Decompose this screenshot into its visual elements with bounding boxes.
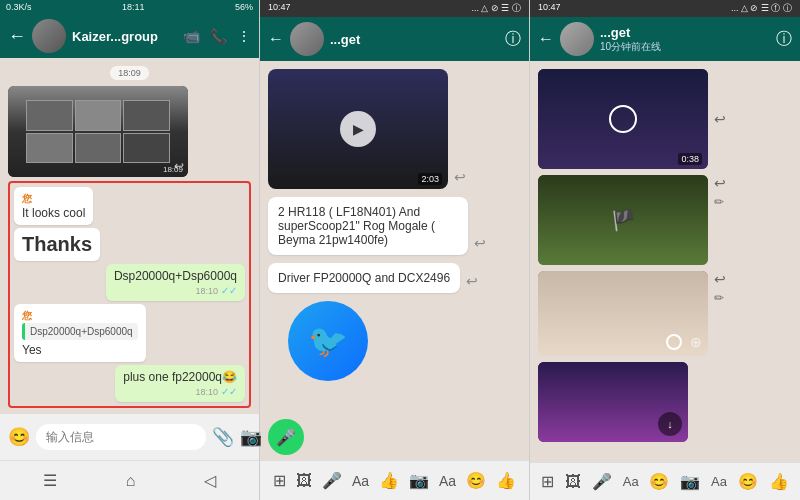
plus-icon-3: ⊕ xyxy=(690,334,702,350)
menu-icon[interactable]: ⋮ xyxy=(237,28,251,44)
mid-header: ← ...get ⓘ xyxy=(260,17,529,61)
vid-share-1[interactable]: ↩ xyxy=(714,111,726,127)
share-icon-3[interactable]: ↩ xyxy=(466,273,478,289)
right-video-row-3: ⊕ ↩ ✏ xyxy=(538,271,792,356)
vid-duration-1: 0:38 xyxy=(678,153,702,165)
msg-time-1: 18:09 xyxy=(163,165,183,174)
mid-nav-aa[interactable]: Aa xyxy=(352,473,369,489)
right-nav-grid[interactable]: ⊞ xyxy=(541,472,554,491)
mic-icon: 🎤 xyxy=(276,428,296,447)
msg-time-3: 18:10 xyxy=(195,286,218,296)
right-icons: ... △ ⊘ ☰ ⓕ ⓘ xyxy=(731,2,792,15)
right-nav-photo[interactable]: 🖼 xyxy=(565,473,581,491)
mid-chat-name: ...get xyxy=(330,32,499,47)
right-nav-emoji2[interactable]: 😊 xyxy=(738,472,758,491)
right-video-row-1: 0:38 ↩ xyxy=(538,69,792,169)
header-icons: 📹 📞 ⋮ xyxy=(183,28,251,44)
mid-nav-like[interactable]: 👍 xyxy=(379,471,399,490)
mid-nav-grid[interactable]: ⊞ xyxy=(273,471,286,490)
nav-home-icon[interactable]: ⌂ xyxy=(126,472,136,490)
mid-back-button[interactable]: ← xyxy=(268,30,284,48)
right-info-icon[interactable]: ⓘ xyxy=(776,29,792,50)
sent-msg-plus: plus one fp22000q😂 18:10 ✓✓ xyxy=(115,365,245,402)
vid-share-3[interactable]: ↩ xyxy=(714,271,726,287)
left-battery: 56% xyxy=(235,2,253,12)
mid-avatar xyxy=(290,22,324,56)
chat-name: Kaizer...group xyxy=(72,29,177,44)
vid-share-2[interactable]: ↩ xyxy=(714,175,726,191)
left-speed: 0.3K/s xyxy=(6,2,32,12)
sender-label-1: 您 xyxy=(22,192,85,206)
vid-edit-3[interactable]: ✏ xyxy=(714,291,726,305)
right-nav-like[interactable]: 👍 xyxy=(769,472,789,491)
avatar xyxy=(32,19,66,53)
mid-info-icon[interactable]: ⓘ xyxy=(505,29,521,50)
mid-bottom-nav: ⊞ 🖼 🎤 Aa 👍 📷 Aa 😊 👍 xyxy=(260,460,529,500)
right-avatar xyxy=(560,22,594,56)
emoji-icon[interactable]: 😊 xyxy=(8,426,30,448)
download-button[interactable]: ↓ xyxy=(658,412,682,436)
blue-shape: 🐦 xyxy=(288,301,368,381)
right-video-4: ↓ xyxy=(538,362,688,442)
quoted-msg: Dsp20000q+Dsp6000q xyxy=(22,323,138,340)
right-nav-mic[interactable]: 🎤 xyxy=(592,472,612,491)
header-info: Kaizer...group xyxy=(72,29,177,44)
mic-button[interactable]: 🎤 xyxy=(268,419,304,455)
right-panel: 10:47 ... △ ⊘ ☰ ⓕ ⓘ ← ...get 10分钟前在线 ⓘ 0… xyxy=(530,0,800,500)
left-status-bar: 0.3K/s 18:11 56% xyxy=(0,0,259,14)
right-nav-aa2[interactable]: Aa xyxy=(711,474,727,489)
mid-nav-aa2[interactable]: Aa xyxy=(439,473,456,489)
highlight-section: 您 It looks cool Thanks Dsp20000q+Dsp6000… xyxy=(8,181,251,408)
thanks-text: Thanks xyxy=(22,233,92,256)
mid-text-msg-2: Driver FP20000Q and DCX2496 xyxy=(268,263,460,293)
video-duration: 2:03 xyxy=(418,173,442,185)
right-video-1: 0:38 xyxy=(538,69,708,169)
mid-text-msg-1: 2 HR118 ( LF18N401) And superScoop21" Ro… xyxy=(268,197,468,255)
right-time: 10:47 xyxy=(538,2,561,15)
check-icon: ✓✓ xyxy=(221,285,237,296)
right-nav-emoji[interactable]: 😊 xyxy=(649,472,669,491)
message-input[interactable] xyxy=(36,424,206,450)
video-call-icon[interactable]: 📹 xyxy=(183,28,200,44)
msg-time-4: 18:10 xyxy=(195,387,218,397)
mid-chat-area: ▶ 2:03 ↩ 2 HR118 ( LF18N401) And superSc… xyxy=(260,61,529,460)
right-video-3: ⊕ xyxy=(538,271,708,356)
mid-nav-mic[interactable]: 🎤 xyxy=(322,471,342,490)
right-back-button[interactable]: ← xyxy=(538,30,554,48)
mid-text-content-2: Driver FP20000Q and DCX2496 xyxy=(278,271,450,285)
mid-nav-photo2[interactable]: 📷 xyxy=(409,471,429,490)
nav-menu-icon[interactable]: ☰ xyxy=(43,471,57,490)
camera-icon[interactable]: 📷 xyxy=(240,426,262,448)
mid-nav-emoji[interactable]: 😊 xyxy=(466,471,486,490)
nav-back-icon[interactable]: ◁ xyxy=(204,471,216,490)
mid-nav-like2[interactable]: 👍 xyxy=(496,471,516,490)
share-icon-2[interactable]: ↩ xyxy=(474,235,486,251)
right-status-bar: 10:47 ... △ ⊘ ☰ ⓕ ⓘ xyxy=(530,0,800,17)
vid-edit-2[interactable]: ✏ xyxy=(714,195,726,209)
received-msg-yes: 您 Dsp20000q+Dsp6000q Yes xyxy=(14,304,146,362)
sender-label-2: 您 xyxy=(22,309,138,323)
mid-icons: ... △ ⊘ ☰ ⓘ xyxy=(471,2,521,15)
right-header-info: ...get 10分钟前在线 xyxy=(600,25,770,54)
share-icon-1[interactable]: ↩ xyxy=(454,169,466,185)
mid-time: 10:47 xyxy=(268,2,291,15)
right-video-row-4: ↓ xyxy=(538,362,792,442)
play-button[interactable]: ▶ xyxy=(340,111,376,147)
right-nav-aa[interactable]: Aa xyxy=(623,474,639,489)
check-icon-2: ✓✓ xyxy=(221,386,237,397)
right-nav-photo2[interactable]: 📷 xyxy=(680,472,700,491)
mid-nav-photo[interactable]: 🖼 xyxy=(296,472,312,490)
received-msg-thanks: Thanks xyxy=(14,228,100,261)
left-panel: 0.3K/s 18:11 56% ← Kaizer...group 📹 📞 ⋮ … xyxy=(0,0,260,500)
left-time: 18:11 xyxy=(122,2,145,12)
sent-content-plus: plus one fp22000q😂 xyxy=(123,370,237,384)
back-button[interactable]: ← xyxy=(8,26,26,47)
right-bottom-nav: ⊞ 🖼 🎤 Aa 😊 📷 Aa 😊 👍 xyxy=(530,462,800,500)
mid-video: ▶ 2:03 xyxy=(268,69,448,189)
right-video-2: 🏴 xyxy=(538,175,708,265)
phone-icon[interactable]: 📞 xyxy=(210,28,227,44)
left-header: ← Kaizer...group 📹 📞 ⋮ xyxy=(0,14,259,58)
left-chat-area: 18:09 ↩ 18:09 您 It looks cool xyxy=(0,58,259,414)
attach-icon[interactable]: 📎 xyxy=(212,426,234,448)
circle-marker-1 xyxy=(609,105,637,133)
